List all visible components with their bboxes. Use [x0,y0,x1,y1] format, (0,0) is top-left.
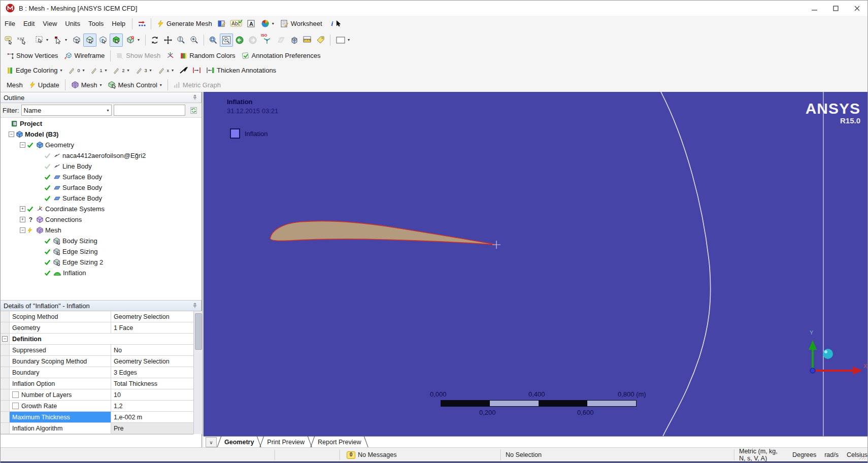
show-coordinate-systems-icon[interactable] [163,49,177,62]
look-at-icon[interactable] [275,34,288,47]
detail-value[interactable]: 3 Edges [111,367,193,378]
detail-value[interactable]: Geometry Selection [111,311,193,322]
show-vertices-button[interactable]: Show Vertices [4,50,61,61]
tree-item-surface-body[interactable]: Surface Body [1,172,202,182]
coordinates-pointer-icon[interactable]: x,y,z [16,34,32,47]
tab-print-preview[interactable]: Print Preview [262,437,310,448]
expand-face-edges-icon[interactable] [190,64,203,77]
random-colors-button[interactable]: Random Colors [177,50,238,61]
viewport-layout-dropdown[interactable]: ▾ [333,35,353,45]
pan-icon[interactable] [161,34,175,47]
zoom-box-icon[interactable] [188,34,201,47]
expand-toggle[interactable]: + [20,206,25,212]
tree-item-surface-body[interactable]: Surface Body [1,193,202,204]
menu-edit[interactable]: Edit [19,18,39,29]
refresh-tree-button[interactable] [187,104,199,116]
pointer-info-icon[interactable] [3,34,16,47]
details-scrollbar[interactable] [193,311,202,434]
scrollbar-thumb[interactable] [195,313,202,350]
tree-item-body-sizing[interactable]: Body Sizing [1,236,202,246]
edge-pencil-1-dropdown[interactable]: 1▾ [87,65,110,76]
annotation-preferences-button[interactable]: Annotation Preferences [239,50,324,61]
ruler-icon[interactable] [301,34,314,47]
vertex-select-icon[interactable] [70,34,83,47]
collapse-toggle[interactable]: − [20,142,25,148]
wireframe-button[interactable]: Wireframe [61,50,108,61]
zoom-icon[interactable] [175,34,188,47]
detail-value[interactable]: 1 Face [111,322,193,333]
select-mode-dropdown[interactable]: ▾ [51,35,70,46]
body-select-icon[interactable] [110,34,123,47]
detail-value[interactable]: No [111,345,193,355]
detail-label[interactable]: Maximum Thickness [10,412,111,422]
show-mesh-button[interactable]: Show Mesh [113,50,163,61]
manage-views-icon[interactable] [288,34,301,47]
checkbox[interactable] [12,391,19,398]
expand-toggle[interactable]: + [20,217,25,222]
menu-help[interactable]: Help [108,18,129,29]
next-view-icon[interactable] [246,34,259,47]
detail-value[interactable]: Geometry Selection [111,356,193,367]
menu-units[interactable]: Units [61,18,84,29]
tree-item-surface-body[interactable]: Surface Body [1,182,202,193]
graphics-viewport[interactable]: Inflation 31.12.2015 03:21 Inflation ANS… [204,92,868,436]
edge-pencil-3-dropdown[interactable]: 3▾ [132,65,155,76]
edge-coloring-dropdown[interactable]: Edge Coloring▾ [4,65,65,76]
close-button[interactable] [846,1,867,15]
details-scroll-down-button[interactable]: ∨ [206,437,217,447]
pin-icon[interactable] [192,303,198,309]
collapse-toggle[interactable]: − [2,336,8,342]
tag-icon[interactable] [314,34,327,47]
select-type-dropdown[interactable]: ▾ [32,34,51,46]
rotate-icon[interactable] [148,34,161,47]
previous-view-icon[interactable] [233,34,246,47]
resize-grip[interactable] [859,453,866,460]
edge-pencil-x-dropdown[interactable]: x▾ [155,65,177,76]
detail-value[interactable]: Total Thickness [111,378,193,389]
tab-report-preview[interactable]: Report Preview [313,437,366,448]
filter-input[interactable] [114,105,186,116]
new-figure-button[interactable]: ▾ [258,18,277,29]
edge-direction-icon[interactable] [177,64,190,77]
worksheet-button[interactable]: Worksheet [277,18,325,29]
thicken-annotations-button[interactable]: Thicken Annotations [203,65,279,76]
mesh-context-label[interactable]: Mesh [4,80,26,90]
tree-item-line-body[interactable]: Line Body [1,161,202,172]
selection-information-button[interactable]: i [328,18,345,29]
section-plane-icon[interactable] [215,17,228,30]
detail-value[interactable]: 10 [111,389,193,400]
tree-item-mesh[interactable]: − Mesh [1,225,202,236]
checkbox[interactable] [12,403,19,409]
mesh-control-button[interactable]: Mesh Control▾ [105,79,165,90]
tree-item-connections[interactable]: + ? Connections [1,214,202,225]
maximize-button[interactable] [825,1,846,15]
extend-selection-dropdown[interactable]: ▾ [123,34,143,46]
face-select-icon[interactable] [96,34,110,47]
edge-pencil-2-dropdown[interactable]: 2▾ [110,65,132,76]
tree-item-geometry[interactable]: − Geometry [1,140,202,150]
mesh-menu-button[interactable]: Mesh▾ [68,79,105,90]
tree-item-edge-sizing[interactable]: Edge Sizing [1,246,202,257]
filter-type-dropdown[interactable]: Name▾ [21,105,112,116]
annotation-icon[interactable]: A [245,17,258,30]
tree-item-coordinate-systems[interactable]: + Coordinate Systems [1,204,202,214]
menu-file[interactable]: File [1,18,19,29]
airfoil-profile[interactable] [270,221,496,245]
messages-status[interactable]: 0 No Messages [347,448,396,462]
detail-value[interactable]: 1,2 [111,401,193,411]
collapse-toggle[interactable]: − [9,131,14,137]
collapse-toggle[interactable]: − [20,227,25,233]
edge-select-icon[interactable] [83,34,96,47]
pin-icon[interactable] [192,94,198,101]
metric-graph-button[interactable]: Metric Graph [171,80,224,90]
tree-item-edge-sizing-2[interactable]: Edge Sizing 2 [1,257,202,268]
menu-tools[interactable]: Tools [84,18,108,29]
label-icon[interactable]: Abc [228,17,245,30]
menu-view[interactable]: View [39,18,61,29]
tab-geometry[interactable]: Geometry [219,437,259,448]
orientation-triad[interactable] [809,340,862,375]
update-button[interactable]: Update [26,80,62,90]
iso-view-icon[interactable]: ISO [259,34,275,47]
minimize-button[interactable] [804,1,825,15]
transfer-context-icon[interactable] [135,17,148,30]
